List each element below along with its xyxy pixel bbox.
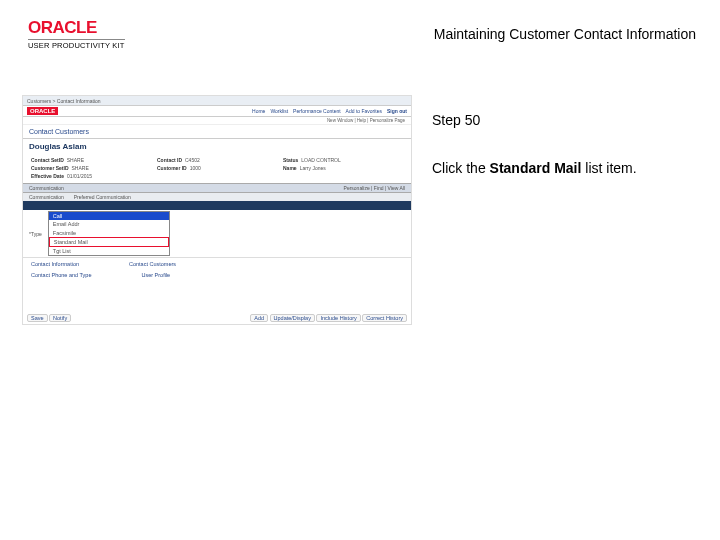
ss-field-grid: Contact SetIDSHARE Contact IDC4502 Statu… — [23, 155, 411, 183]
ss-dd-call[interactable]: Call — [49, 212, 169, 220]
ss-personalize[interactable]: New Window | Help | Personalize Page — [327, 118, 405, 123]
correct-button[interactable]: Correct History — [362, 314, 407, 322]
ss-type-row: *Type Call Email Addr Facsimile Standard… — [23, 210, 411, 258]
ss-person-name: Douglas Aslam — [23, 139, 411, 155]
embedded-screenshot: Customers > Contact Information ORACLE H… — [22, 95, 412, 325]
ss-dd-tgt[interactable]: Tgt List — [49, 247, 169, 255]
history-button[interactable]: Include History — [316, 314, 360, 322]
oracle-logo-block: ORACLE USER PRODUCTIVITY KIT — [28, 18, 125, 50]
page-header: ORACLE USER PRODUCTIVITY KIT Maintaining… — [28, 18, 696, 50]
ss-field: NameLarry Jones — [283, 165, 403, 171]
ss-nav-home[interactable]: Home — [252, 108, 265, 114]
oracle-logo-text: ORACLE — [28, 18, 125, 38]
ss-field: StatusLOAD CONTROL — [283, 157, 403, 163]
ss-type-label: *Type — [29, 231, 42, 237]
ss-phone-type[interactable]: Contact Phone and Type — [31, 272, 91, 278]
instr-bold: Standard Mail — [490, 160, 582, 176]
ss-last-labels: Contact Phone and Type User Profile — [23, 270, 411, 280]
ss-dd-fax[interactable]: Facsimile — [49, 229, 169, 237]
ss-nav-worklist[interactable]: Worklist — [270, 108, 288, 114]
notify-button[interactable]: Notify — [49, 314, 71, 322]
ss-user-profile[interactable]: User Profile — [141, 272, 170, 278]
save-button[interactable]: Save — [27, 314, 48, 322]
ss-nav-perf[interactable]: Performance Content — [293, 108, 341, 114]
ss-field: Contact SetIDSHARE — [31, 157, 151, 163]
ss-tab-row: Communication Personalize | Find | View … — [23, 183, 411, 193]
ss-tab-tools[interactable]: Personalize | Find | View All — [344, 185, 405, 191]
ss-tab-label[interactable]: Communication — [29, 185, 64, 191]
ss-gray-r: Preferred Communication — [74, 194, 131, 200]
ss-field: Effective Date01/01/2015 — [31, 173, 151, 179]
ss-section-title: Contact Customers — [23, 125, 411, 139]
ss-footer: Save Notify Add Update/Display Include H… — [27, 314, 407, 322]
ss-nav-signout[interactable]: Sign out — [387, 108, 407, 114]
ss-contact-cust[interactable]: Contact Customers — [129, 261, 176, 267]
update-button[interactable]: Update/Display — [270, 314, 315, 322]
ss-breadcrumb: Customers > Contact Information — [27, 98, 101, 104]
ss-nav-fav[interactable]: Add to Favorites — [346, 108, 382, 114]
ss-footer-left: Save Notify — [27, 314, 71, 322]
instr-part1: Click the — [432, 160, 490, 176]
main-content: Customers > Contact Information ORACLE H… — [22, 95, 696, 325]
instructions-pane: Step 50 Click the Standard Mail list ite… — [432, 95, 696, 325]
ss-field: Contact IDC4502 — [157, 157, 277, 163]
ss-contact-info[interactable]: Contact Information — [31, 261, 79, 267]
oracle-logo-sub: USER PRODUCTIVITY KIT — [28, 39, 125, 50]
ss-personalize-row: New Window | Help | Personalize Page — [23, 117, 411, 125]
ss-field: Customer SetIDSHARE — [31, 165, 151, 171]
instr-part2: list item. — [581, 160, 636, 176]
ss-grayrow: Communication Preferred Communication — [23, 193, 411, 201]
instruction-text: Click the Standard Mail list item. — [432, 159, 696, 179]
ss-gray-l: Communication — [29, 194, 64, 200]
ss-bottom-labels: Contact Information Contact Customers — [23, 258, 411, 270]
ss-nav: Home Worklist Performance Content Add to… — [252, 108, 407, 114]
ss-dropdown[interactable]: Call Email Addr Facsimile Standard Mail … — [48, 211, 170, 256]
ss-dd-standard-mail[interactable]: Standard Mail — [49, 237, 169, 247]
ss-field: Customer ID1000 — [157, 165, 277, 171]
ss-topbar: Customers > Contact Information — [23, 96, 411, 106]
ss-footer-right: Add Update/Display Include History Corre… — [250, 314, 407, 322]
ss-oracle-logo: ORACLE — [27, 107, 58, 115]
ss-table-head — [23, 201, 411, 210]
doc-title: Maintaining Customer Contact Information — [434, 26, 696, 42]
add-button[interactable]: Add — [250, 314, 268, 322]
ss-dd-email[interactable]: Email Addr — [49, 220, 169, 228]
step-label: Step 50 — [432, 111, 696, 131]
